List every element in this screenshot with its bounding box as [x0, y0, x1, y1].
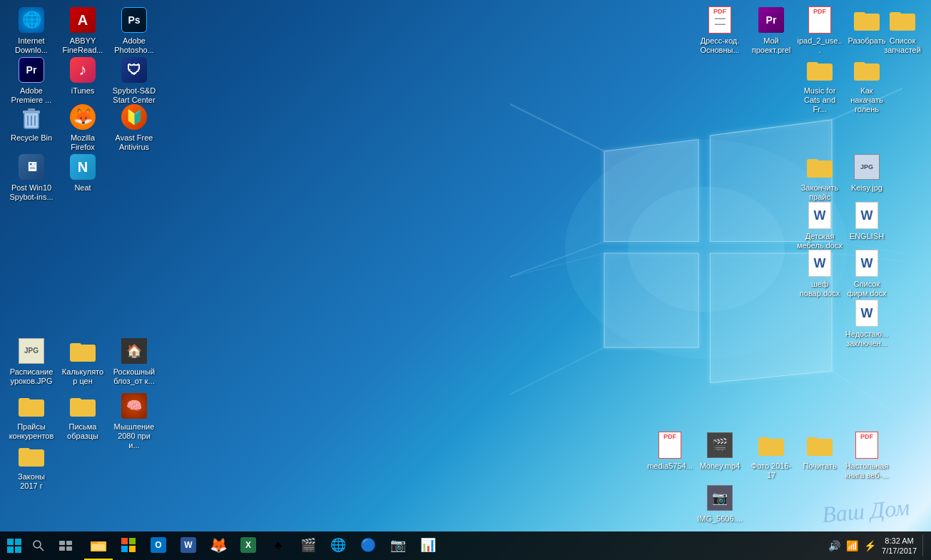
- img5606-icon[interactable]: 📷 IMG_5606....: [694, 481, 746, 526]
- nastolnaya-label: Настольная книга веб-...: [844, 462, 890, 480]
- taskbar: O W 🦊 X ♠ 🎬 🌐 🔵 📷 📊 🔊: [0, 531, 931, 560]
- tray-icon-1[interactable]: 🔊: [828, 540, 840, 551]
- kalkulator-icon[interactable]: Калькулятор цен: [57, 334, 108, 389]
- pisma-icon[interactable]: Письма образцы: [57, 389, 108, 444]
- foto-2016-icon[interactable]: Фото 2016-17: [746, 428, 797, 483]
- dress-kod-label: Дресс-код. Основны...: [697, 36, 743, 55]
- shef-povar-icon[interactable]: W шеф повар.docx: [794, 246, 845, 301]
- taskbar-word[interactable]: W: [174, 531, 203, 560]
- raspisanie-icon[interactable]: JPG Расписание уроков.JPG: [6, 334, 57, 389]
- roskoshny-label: Роскошный блоз_от к...: [111, 367, 157, 386]
- svg-rect-31: [91, 541, 98, 544]
- taskbar-right: 🔊 📶 ⚡ 8:32 AM 7/17/2017: [828, 535, 931, 556]
- shef-povar-label: шеф повар.docx: [797, 280, 843, 298]
- taskbar-chrome[interactable]: 🌐: [324, 531, 352, 560]
- roskoshny-icon[interactable]: 🏠 Роскошный блоз_от к...: [108, 334, 160, 389]
- kalkulator-label: Калькулятор цен: [60, 367, 106, 386]
- taskbar-file-explorer[interactable]: [84, 531, 113, 560]
- pochitat-icon[interactable]: Почитать: [794, 428, 845, 474]
- svg-rect-29: [66, 546, 72, 551]
- desktop: 🌐 Internet Downlo... A ABBYY FineRead...…: [0, 0, 931, 560]
- spisok-firm-icon[interactable]: W Список фирм.docx: [841, 246, 892, 301]
- taskbar-app-blue[interactable]: 🔵: [354, 531, 382, 560]
- show-desktop-button[interactable]: [922, 535, 925, 556]
- detskaya-icon[interactable]: W Детская мебель.docx: [794, 198, 845, 253]
- svg-rect-23: [15, 546, 21, 553]
- svg-point-24: [34, 541, 41, 548]
- money-mp4-icon[interactable]: 🎬 Money.mp4: [694, 428, 746, 474]
- zakony-label: Законы 2017 г: [9, 472, 54, 491]
- itunes-label: iTunes: [71, 86, 95, 96]
- internet-explorer-icon[interactable]: 🌐 Internet Downlo...: [6, 3, 57, 58]
- nedostayuschee-label: Недостаю... заключен...: [844, 330, 890, 348]
- tray-icon-3[interactable]: ⚡: [864, 540, 876, 551]
- post-win10-label: Post Win10 Spybot-ins...: [9, 183, 54, 202]
- taskbar-store[interactable]: [114, 531, 143, 560]
- music-cats-icon[interactable]: Music for Cats and Fr...: [794, 53, 845, 118]
- ipad-use-icon[interactable]: PDF ipad_2_use...: [794, 3, 845, 58]
- watermark: Ваш Дом: [820, 494, 910, 529]
- moy-proekt-icon[interactable]: Pr Мой проект.prel: [746, 3, 797, 58]
- english-icon[interactable]: W ENGLISH: [841, 198, 892, 244]
- svg-rect-32: [92, 544, 105, 550]
- nedostayuschee-icon[interactable]: W Недостаю... заключен...: [841, 296, 892, 351]
- neat-icon[interactable]: N Neat: [57, 150, 108, 195]
- taskbar-firefox[interactable]: 🦊: [204, 531, 233, 560]
- svg-rect-21: [15, 539, 21, 545]
- search-button[interactable]: [29, 531, 51, 560]
- svg-rect-22: [7, 546, 14, 553]
- time-display: 8:32 AM: [885, 536, 913, 546]
- svg-rect-34: [129, 538, 136, 544]
- taskbar-clock[interactable]: 8:32 AM 7/17/2017: [882, 536, 917, 556]
- spisok-zap-icon[interactable]: Список запчастей: [877, 3, 928, 58]
- dress-kod-icon[interactable]: PDF ━━━ ━━━ Дресс-код. Основны...: [694, 3, 746, 58]
- taskbar-apps: O W 🦊 X ♠ 🎬 🌐 🔵 📷 📊: [84, 531, 442, 560]
- svg-line-7: [510, 347, 604, 394]
- post-win10-icon[interactable]: 🖥 Post Win10 Spybot-ins...: [6, 150, 57, 205]
- svg-rect-33: [121, 538, 128, 544]
- moy-proekt-label: Мой проект.prel: [748, 36, 794, 55]
- kak-nakachat-icon[interactable]: Как накачать голень: [841, 53, 892, 118]
- recycle-bin-icon[interactable]: Recycle Bin: [6, 100, 57, 146]
- taskbar-outlook[interactable]: O: [144, 531, 173, 560]
- taskbar-excel[interactable]: X: [234, 531, 263, 560]
- taskbar-app-camera[interactable]: 📷: [384, 531, 412, 560]
- keisy-label: Keisy.jpg: [851, 183, 882, 193]
- nastolnaya-icon[interactable]: PDF Настольная книга веб-...: [841, 428, 892, 483]
- prays-icon[interactable]: Прайсы конкурентов: [6, 389, 57, 444]
- zakony-icon[interactable]: Законы 2017 г: [6, 439, 57, 494]
- svg-rect-27: [66, 541, 72, 545]
- pochitat-label: Почитать: [803, 462, 836, 471]
- music-cats-label: Music for Cats and Fr...: [797, 86, 843, 115]
- keisy-icon[interactable]: JPG Keisy.jpg: [841, 150, 892, 195]
- firefox-icon[interactable]: 🦊 Mozilla Firefox: [57, 100, 108, 155]
- avast-icon[interactable]: 🔰 Avast Free Antivirus: [108, 100, 160, 155]
- svg-line-4: [510, 104, 604, 151]
- abbyy-icon[interactable]: A ABBYY FineRead...: [57, 3, 108, 58]
- img5606-label: IMG_5606....: [697, 514, 743, 524]
- raspisanie-label: Расписание уроков.JPG: [9, 367, 54, 386]
- neat-label: Neat: [74, 183, 91, 193]
- photoshop-icon[interactable]: Ps Adobe Photosho...: [108, 3, 160, 58]
- svg-rect-26: [59, 541, 65, 545]
- date-display: 7/17/2017: [882, 546, 917, 556]
- myshlenie-label: Мышление 2080 при и...: [111, 422, 157, 451]
- recycle-bin-label: Recycle Bin: [11, 133, 52, 143]
- myshlenie-icon[interactable]: 🧠 Мышление 2080 при и...: [108, 389, 160, 454]
- svg-point-13: [628, 187, 785, 312]
- zakonchit-icon[interactable]: Закончить прайс: [794, 150, 845, 205]
- itunes-icon[interactable]: ♪ iTunes: [57, 53, 108, 98]
- tray-icon-2[interactable]: 📶: [846, 540, 858, 551]
- taskbar-app-extra[interactable]: 📊: [414, 531, 442, 560]
- start-button[interactable]: [0, 531, 29, 560]
- kak-nakachat-label: Как накачать голень: [844, 86, 890, 115]
- pisma-label: Письма образцы: [60, 422, 106, 441]
- taskbar-solitaire[interactable]: ♠: [264, 531, 292, 560]
- task-view-button[interactable]: [51, 531, 80, 560]
- svg-rect-35: [121, 546, 128, 552]
- taskbar-media-player[interactable]: 🎬: [294, 531, 322, 560]
- svg-rect-20: [7, 539, 14, 545]
- media5754-icon[interactable]: PDF media5754...: [644, 428, 696, 474]
- english-label: ENGLISH: [850, 232, 884, 241]
- foto-2016-label: Фото 2016-17: [748, 462, 794, 480]
